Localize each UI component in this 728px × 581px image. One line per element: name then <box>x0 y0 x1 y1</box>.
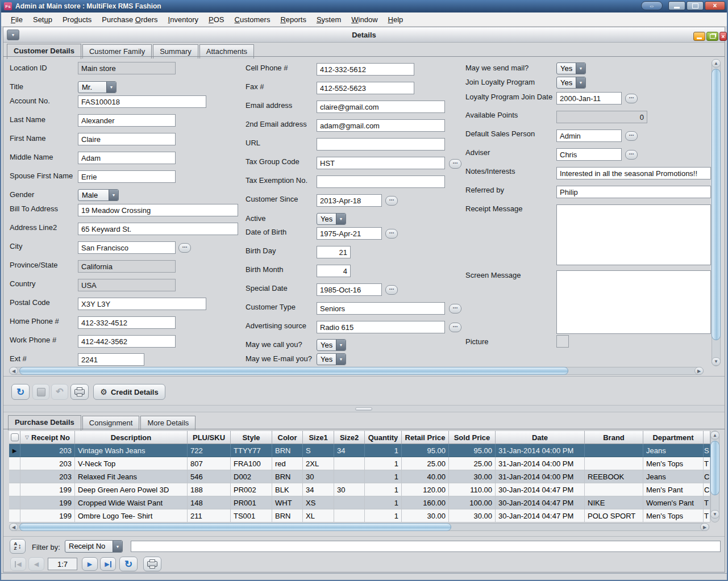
menu-inventory[interactable]: Inventory <box>163 15 204 24</box>
screen-message-textarea[interactable] <box>556 270 711 334</box>
menu-customers[interactable]: Customers <box>230 15 276 24</box>
save-button[interactable] <box>32 384 49 400</box>
menu-help[interactable]: Help <box>383 15 409 24</box>
active-combo[interactable]: Yes▼ <box>317 213 346 225</box>
birth-day-input[interactable] <box>317 246 351 258</box>
table-row[interactable]: 199Cropped Wide Waist Pant148PR001WHTXS1… <box>9 496 710 509</box>
window-swap-button[interactable]: ⇔ <box>641 1 663 10</box>
table-row[interactable]: 203V-Neck Top807FRA100red2XL125.0025.003… <box>9 457 710 470</box>
table-row[interactable]: 199Deep Green Aero Powel 3D188PR002BLK34… <box>9 483 710 496</box>
nav-last-button[interactable]: ▶ <box>100 557 116 571</box>
date-of-birth-browse-button[interactable]: ... <box>385 229 398 239</box>
col-style[interactable]: Style <box>231 430 272 444</box>
credit-details-button[interactable]: ⚙ Credit Details <box>93 384 165 400</box>
notes-interests-input[interactable] <box>556 167 711 179</box>
postal-code-input[interactable] <box>78 298 206 310</box>
menu-window[interactable]: Window <box>346 15 382 24</box>
address-line2-input[interactable] <box>78 223 238 235</box>
splitter-grip[interactable] <box>355 407 372 411</box>
filter-value-input[interactable] <box>131 541 721 552</box>
col-extra[interactable] <box>704 430 710 444</box>
loyalty-join-date-input[interactable] <box>556 92 622 105</box>
city-browse-button[interactable]: ... <box>178 243 191 253</box>
col-description[interactable]: Description <box>75 430 188 444</box>
fax-input[interactable] <box>317 82 414 94</box>
details-menu-button[interactable]: ▼ <box>7 30 19 40</box>
special-date-input[interactable] <box>317 283 382 296</box>
adviser-browse-button[interactable]: ... <box>625 150 638 160</box>
nav-first-button[interactable]: ◀ <box>10 557 26 571</box>
customer-type-input[interactable] <box>317 302 445 315</box>
col-brand[interactable]: Brand <box>585 430 643 444</box>
window-maximize-button[interactable] <box>687 1 704 10</box>
table-row[interactable]: 203Relaxed Fit Jeans546D002BRN30140.0030… <box>9 470 710 483</box>
loyalty-join-date-browse-button[interactable]: ... <box>625 94 638 103</box>
may-we-call-combo[interactable]: Yes▼ <box>317 339 346 351</box>
table-row[interactable]: ▶ 203Vintage Wash Jeans722TTYY77BRNS3419… <box>9 444 710 457</box>
undo-button[interactable]: ↶ <box>51 384 68 400</box>
url-input[interactable] <box>317 138 445 151</box>
window-close-button[interactable]: × <box>705 1 725 10</box>
menu-purchase-orders[interactable]: Purchase Orders <box>97 15 163 24</box>
table-scroll-left-button[interactable]: ◀ <box>9 523 18 531</box>
gender-combo[interactable]: Male▼ <box>78 189 119 201</box>
work-phone-input[interactable] <box>78 335 176 348</box>
title-combo[interactable]: Mr.▼ <box>78 81 117 93</box>
form-horizontal-scroll-thumb[interactable] <box>19 367 568 375</box>
col-size1[interactable]: Size1 <box>303 430 334 444</box>
table-horizontal-scroll-thumb[interactable] <box>19 523 451 531</box>
details-restore-button[interactable] <box>706 32 718 41</box>
join-loyalty-program-combo[interactable]: Yes▼ <box>556 77 586 89</box>
account-no-input[interactable] <box>78 95 206 108</box>
col-receipt-no[interactable]: ▽Receipt No <box>20 430 75 444</box>
details-close-button[interactable]: × <box>719 32 727 41</box>
nav-print-button[interactable] <box>143 557 161 571</box>
referred-by-input[interactable] <box>556 186 711 198</box>
tab-more-details[interactable]: More Details <box>140 416 195 430</box>
filter-field-combo[interactable]: Receipt No▼ <box>65 540 123 553</box>
form-vertical-scroll-thumb[interactable] <box>712 69 721 340</box>
last-name-input[interactable] <box>78 114 176 127</box>
col-date[interactable]: Date <box>496 430 585 444</box>
details-minimize-button[interactable] <box>693 32 705 41</box>
tax-group-code-browse-button[interactable]: ... <box>449 159 461 169</box>
nav-refresh-button[interactable]: ↻ <box>119 557 138 571</box>
menu-pos[interactable]: POS <box>203 15 229 24</box>
email-address-input[interactable] <box>317 101 445 113</box>
spouse-first-name-input[interactable] <box>78 170 176 183</box>
customer-since-browse-button[interactable]: ... <box>385 196 398 206</box>
second-email-address-input[interactable] <box>317 119 445 132</box>
scroll-left-button[interactable]: ◀ <box>9 367 18 375</box>
tab-consignment[interactable]: Consignment <box>82 416 140 430</box>
col-quantity[interactable]: Quantity <box>365 430 402 444</box>
col-retail-price[interactable]: Retail Price <box>402 430 449 444</box>
table-vertical-scroll-thumb[interactable] <box>710 441 719 495</box>
select-all-header[interactable] <box>9 430 20 444</box>
middle-name-input[interactable] <box>78 152 176 164</box>
advertising-source-browse-button[interactable]: ... <box>449 323 461 332</box>
birth-month-input[interactable] <box>317 265 351 277</box>
receipt-message-textarea[interactable] <box>556 204 711 265</box>
tab-purchase-details[interactable]: Purchase Details <box>8 415 81 430</box>
scroll-up-button[interactable]: ▲ <box>712 59 721 68</box>
adviser-input[interactable] <box>556 148 622 161</box>
menu-products[interactable]: Products <box>57 15 97 24</box>
city-input[interactable] <box>78 241 176 254</box>
may-we-email-combo[interactable]: Yes▼ <box>317 353 346 365</box>
home-phone-input[interactable] <box>78 316 176 329</box>
default-sales-person-browse-button[interactable]: ... <box>625 131 638 141</box>
col-department[interactable]: Department <box>643 430 704 444</box>
date-of-birth-input[interactable] <box>317 227 382 240</box>
print-button[interactable] <box>70 384 89 400</box>
customer-since-input[interactable] <box>317 194 382 207</box>
may-we-send-mail-combo[interactable]: Yes▼ <box>556 62 586 74</box>
col-size2[interactable]: Size2 <box>334 430 365 444</box>
nav-next-button[interactable]: ▶ <box>82 557 98 571</box>
scroll-right-button[interactable]: ▶ <box>694 367 704 375</box>
scroll-down-button[interactable]: ▼ <box>712 357 721 366</box>
first-name-input[interactable] <box>78 133 176 145</box>
table-scroll-right-button[interactable]: ▶ <box>700 523 709 531</box>
tax-group-code-input[interactable] <box>317 157 445 169</box>
default-sales-person-input[interactable] <box>556 129 622 142</box>
window-minimize-button[interactable] <box>668 1 685 10</box>
